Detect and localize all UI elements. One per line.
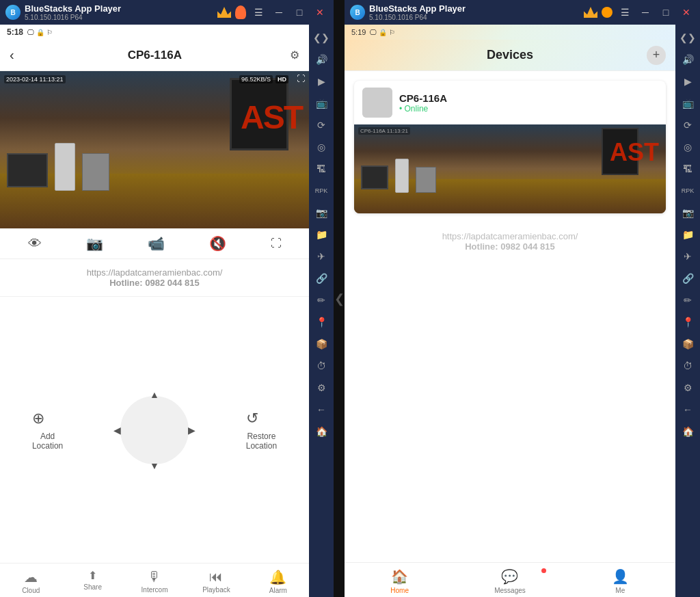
add-device-button[interactable]: +	[647, 46, 666, 65]
camera-feed[interactable]: AST 2023-02-14 11:13:21 96.52KB/S HD ⛶	[0, 71, 309, 228]
sidebar-home-btn[interactable]: 🏠	[311, 421, 332, 442]
dpad-down-button[interactable]: ▼	[150, 460, 159, 471]
separator-arrow[interactable]: ❮	[334, 291, 345, 306]
r-sidebar-rpk-btn[interactable]: RPK	[677, 181, 698, 201]
left-ad-hotline: Hotline: 0982 044 815	[10, 278, 299, 288]
ptz-area: ⊕ AddLocation ▲ ▼ ◀ ▶ ↺ Rest	[0, 297, 309, 563]
dpad-up-button[interactable]: ▲	[150, 389, 159, 400]
restore-location-icon: ↺	[246, 410, 258, 427]
left-close-btn[interactable]: ✕	[312, 6, 328, 18]
device-thumbnail	[362, 88, 392, 118]
sidebar-flight-btn[interactable]: ✈	[311, 246, 332, 267]
sidebar-display-btn[interactable]: 📺	[311, 93, 332, 114]
sidebar-timer-btn[interactable]: ⏱	[311, 356, 332, 376]
left-title-icons: ☰ ─ □ ✕	[217, 5, 328, 19]
r-sidebar-layers-btn[interactable]: 📦	[677, 334, 698, 354]
right-close-btn[interactable]: ✕	[678, 6, 695, 18]
r-sidebar-folder-btn[interactable]: 📁	[677, 224, 698, 245]
hd-badge: HD	[275, 75, 288, 83]
restore-location-button[interactable]: ↺	[246, 410, 258, 427]
sidebar-location-btn[interactable]: 📍	[311, 312, 332, 332]
right-bs-logo: B	[350, 5, 365, 20]
r-sidebar-rotate-btn[interactable]: ⟳	[677, 115, 698, 135]
r-sidebar-flight-btn[interactable]: ✈	[677, 246, 698, 267]
left-content-area: 5:18 🖵 🔒 ⚐ ‹ CP6-116A ⚙	[0, 25, 334, 597]
lock-icon: 🔒	[36, 29, 44, 36]
r-sidebar-timer-btn[interactable]: ⏱	[677, 356, 698, 376]
left-maximize-btn[interactable]: □	[291, 6, 308, 18]
nav-share[interactable]: ⬆ Share	[62, 569, 123, 594]
sidebar-cam-btn[interactable]: ◎	[311, 137, 332, 157]
sidebar-volume-btn[interactable]: 🔊	[311, 49, 332, 70]
sidebar-edit-btn[interactable]: ✏	[311, 290, 332, 310]
device-card[interactable]: CP6-116A • Online AST CP6-116A 11:13:21	[354, 81, 666, 213]
right-nav-me[interactable]: 👤 Me	[565, 568, 675, 594]
r-sidebar-location-btn[interactable]: 📍	[677, 312, 698, 332]
sidebar-folder-btn[interactable]: 📁	[311, 224, 332, 245]
alert-icon: ⚐	[46, 29, 53, 36]
sidebar-rpk-btn[interactable]: RPK	[311, 181, 332, 201]
r-sidebar-photo-btn[interactable]: 📷	[677, 202, 698, 223]
right-maximize-btn[interactable]: □	[658, 6, 674, 18]
playback-icon: ⏮	[209, 569, 223, 585]
sidebar-settings-btn[interactable]: ⚙	[311, 377, 332, 398]
left-minimize-btn[interactable]: ─	[271, 6, 287, 18]
r-sidebar-expand-btn[interactable]: ❮❯	[677, 27, 698, 48]
right-minimize-btn[interactable]: ─	[637, 6, 654, 18]
left-menu-btn[interactable]: ☰	[250, 6, 267, 18]
sidebar-build-btn[interactable]: 🏗	[311, 159, 332, 179]
left-phone-screen: 5:18 🖵 🔒 ⚐ ‹ CP6-116A ⚙	[0, 25, 309, 597]
left-time: 5:18	[7, 27, 23, 37]
r-sidebar-link-btn[interactable]: 🔗	[677, 268, 698, 289]
right-menu-btn[interactable]: ☰	[617, 6, 633, 18]
device-preview[interactable]: AST CP6-116A 11:13:21	[354, 124, 666, 213]
sidebar-layers-btn[interactable]: 📦	[311, 334, 332, 354]
alarm-label: Alarm	[269, 587, 287, 594]
r-sidebar-settings-btn[interactable]: ⚙	[677, 377, 698, 398]
screenshot-button[interactable]: 📷	[86, 235, 103, 252]
r-sidebar-cam-btn[interactable]: ◎	[677, 137, 698, 157]
nav-playback[interactable]: ⏮ Playback	[185, 569, 247, 594]
nav-cloud[interactable]: ☁ Cloud	[0, 569, 62, 594]
nav-alarm[interactable]: 🔔 Alarm	[247, 569, 309, 594]
right-nav-messages[interactable]: 💬 Messages	[455, 568, 565, 594]
record-button[interactable]: 📹	[148, 235, 165, 252]
right-ad-banner: https://lapdatcameramienbac.com/ Hotline…	[345, 223, 675, 260]
dpad-left-button[interactable]: ◀	[113, 425, 121, 436]
mute-button[interactable]: 🔇	[209, 235, 226, 252]
add-location-button[interactable]: ⊕	[32, 410, 44, 427]
sidebar-back-btn[interactable]: ←	[311, 399, 332, 420]
sidebar-rotate-btn[interactable]: ⟳	[311, 115, 332, 135]
settings-button[interactable]: ⚙	[290, 49, 299, 62]
fullscreen-button[interactable]: ⛶	[271, 237, 282, 250]
r-sidebar-build-btn[interactable]: 🏗	[677, 159, 698, 179]
dpad-right-button[interactable]: ▶	[188, 425, 196, 436]
sidebar-play-btn[interactable]: ▶	[311, 71, 332, 92]
device-info: CP6-116A • Online	[399, 92, 447, 114]
left-app-header: ‹ CP6-116A ⚙	[0, 40, 309, 71]
expand-icon[interactable]: ⛶	[297, 74, 305, 83]
left-title-bar: B BlueStacks App Player 5.10.150.1016 P6…	[0, 0, 334, 25]
r-sidebar-edit-btn[interactable]: ✏	[677, 290, 698, 310]
intercom-icon: 🎙	[148, 569, 161, 585]
eye-button[interactable]: 👁	[28, 236, 42, 252]
right-title-text: BlueStacks App Player 5.10.150.1016 P64	[369, 3, 580, 21]
playback-label: Playback	[202, 586, 230, 594]
home-label: Home	[390, 587, 409, 594]
sidebar-expand-btn[interactable]: ❮❯	[311, 27, 332, 48]
r-sidebar-volume-btn[interactable]: 🔊	[677, 49, 698, 70]
back-button[interactable]: ‹	[10, 47, 14, 63]
device-status: • Online	[399, 104, 447, 114]
left-ad-url: https://lapdatcameramienbac.com/	[10, 267, 299, 278]
right-title-bar: B BlueStacks App Player 5.10.150.1016 P6…	[345, 0, 700, 25]
nav-intercom[interactable]: 🎙 Intercom	[124, 569, 185, 594]
r-sidebar-back-btn[interactable]: ←	[677, 399, 698, 420]
r-sidebar-home-btn[interactable]: 🏠	[677, 421, 698, 442]
sidebar-photo-btn[interactable]: 📷	[311, 202, 332, 223]
right-nav-home[interactable]: 🏠 Home	[345, 568, 455, 594]
r-sidebar-play-btn[interactable]: ▶	[677, 71, 698, 92]
speed-badge: 96.52KB/S	[239, 75, 273, 83]
left-flame-icon	[235, 5, 246, 19]
r-sidebar-display-btn[interactable]: 📺	[677, 93, 698, 114]
sidebar-link-btn[interactable]: 🔗	[311, 268, 332, 289]
